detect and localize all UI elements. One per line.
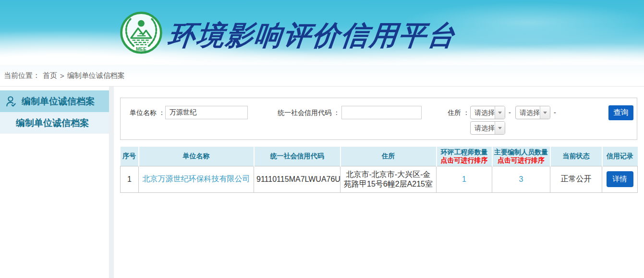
results-table: 序号 单位名称 统一社会信用代码 住所 环评工程师数量 点击可进行排序 主要编制…	[120, 147, 638, 193]
col-header-engineer-count-sortable[interactable]: 环评工程师数量 点击可进行排序	[437, 147, 492, 166]
col-header-company: 单位名称	[139, 147, 254, 166]
search-panel: 单位名称 ： 统一社会信用代码 ： 住所 ： 请选择 - 请选择 - 请选择 查…	[120, 98, 637, 140]
chevron-down-icon[interactable]	[540, 106, 550, 119]
sidebar-subitem-label: 编制单位诚信档案	[16, 117, 89, 129]
sidebar-content-divider	[109, 87, 114, 278]
sort-hint: 点击可进行排序	[437, 156, 492, 164]
chevron-down-icon[interactable]	[495, 122, 505, 134]
credit-code-label: 统一社会信用代码 ：	[278, 106, 340, 119]
sidebar: 编制单位诚信档案 编制单位诚信档案	[0, 87, 109, 278]
main-content: 单位名称 ： 统一社会信用代码 ： 住所 ： 请选择 - 请选择 - 请选择 查…	[114, 87, 644, 278]
province-select-value: 请选择	[471, 106, 495, 119]
cell-address: 北京市-北京市-大兴区-金苑路甲15号6幢2层A215室	[340, 166, 437, 192]
cell-index: 1	[121, 166, 139, 192]
credit-code-input[interactable]	[341, 106, 422, 119]
mee-logo-icon: MEE	[119, 11, 163, 55]
company-name-link[interactable]: 北京万源世纪环保科技有限公司	[143, 175, 250, 183]
chevron-down-icon[interactable]	[495, 106, 505, 119]
sidebar-subitem-unit-credit-archive[interactable]: 编制单位诚信档案	[0, 112, 109, 134]
col-header-status: 当前状态	[550, 147, 602, 166]
detail-button[interactable]: 详情	[607, 171, 633, 187]
district-select-value: 请选择	[471, 122, 495, 134]
table-header-row: 序号 单位名称 统一社会信用代码 住所 环评工程师数量 点击可进行排序 主要编制…	[121, 147, 638, 166]
col-header-staff-count-sortable[interactable]: 主要编制人员数量 点击可进行排序	[492, 147, 550, 166]
query-button[interactable]: 查询	[608, 105, 633, 120]
breadcrumb: 当前位置： 首页 > 编制单位诚信档案	[0, 65, 644, 87]
city-select[interactable]: 请选择	[515, 106, 550, 119]
city-select-value: 请选择	[516, 106, 540, 119]
col-header-credit-code: 统一社会信用代码	[254, 147, 340, 166]
address-dash-1: -	[509, 109, 511, 116]
cell-status: 正常公开	[550, 166, 602, 192]
sort-hint: 点击可进行排序	[493, 156, 550, 164]
address-dash-2: -	[554, 109, 556, 116]
province-select[interactable]: 请选择	[470, 106, 505, 119]
site-header: MEE 环境影响评价信用平台	[0, 0, 644, 65]
col-header-index: 序号	[121, 147, 139, 166]
district-select[interactable]: 请选择	[470, 121, 505, 135]
col-header-address: 住所	[340, 147, 437, 166]
staff-count-link[interactable]: 3	[519, 175, 523, 183]
cell-credit-code: 91110115MA7LWUA76U	[254, 166, 340, 192]
table-row: 1 北京万源世纪环保科技有限公司 91110115MA7LWUA76U 北京市-…	[121, 166, 638, 192]
company-name-input[interactable]	[165, 106, 248, 119]
breadcrumb-home-link[interactable]: 首页	[43, 71, 57, 80]
svg-text:MEE: MEE	[136, 47, 146, 52]
company-name-label: 单位名称 ：	[130, 106, 165, 119]
sidebar-item-unit-credit-archive[interactable]: 编制单位诚信档案	[0, 90, 109, 112]
breadcrumb-prefix: 当前位置：	[4, 71, 40, 80]
engineer-count-link[interactable]: 1	[462, 175, 466, 183]
user-check-icon	[5, 95, 17, 108]
site-title: 环境影响评价信用平台	[166, 17, 458, 54]
sidebar-item-label: 编制单位诚信档案	[22, 95, 95, 108]
address-label: 住所 ：	[448, 106, 470, 119]
col-header-credit-record: 信用记录	[602, 147, 638, 166]
breadcrumb-current: 编制单位诚信档案	[67, 71, 125, 80]
breadcrumb-separator: >	[60, 72, 64, 80]
